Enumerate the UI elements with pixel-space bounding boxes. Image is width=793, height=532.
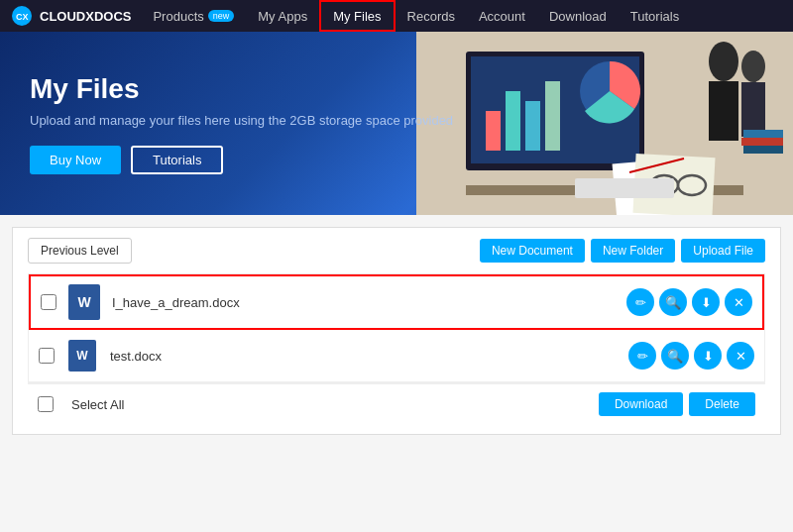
- search-button-1[interactable]: 🔍: [659, 288, 687, 316]
- select-all-area: Select All: [38, 396, 124, 412]
- file-name-1: I_have_a_dream.docx: [112, 295, 626, 310]
- bottom-actions: Download Delete: [599, 392, 755, 416]
- download-button-1[interactable]: ⬇: [692, 288, 720, 316]
- hero-buttons: Buy Now Tutorials: [30, 146, 763, 174]
- nav-menu: Products new My Apps My Files Records Ac…: [141, 0, 691, 32]
- previous-level-button[interactable]: Previous Level: [28, 238, 132, 264]
- file-manager: Previous Level New Document New Folder U…: [12, 227, 781, 435]
- toolbar-right: New Document New Folder Upload File: [480, 239, 765, 263]
- nav-item-tutorials[interactable]: Tutorials: [619, 0, 691, 32]
- svg-text:CX: CX: [16, 12, 29, 22]
- select-all-label: Select All: [71, 397, 124, 412]
- select-all-checkbox[interactable]: [38, 396, 54, 412]
- nav-item-download[interactable]: Download: [537, 0, 619, 32]
- hero-tutorials-button[interactable]: Tutorials: [131, 146, 223, 174]
- edit-button-2[interactable]: ✏: [628, 342, 656, 370]
- hero-title: My Files: [30, 73, 763, 105]
- bottom-bar: Select All Download Delete: [28, 383, 765, 424]
- delete-all-button[interactable]: Delete: [689, 392, 755, 416]
- brand-logo-icon: CX: [10, 4, 34, 28]
- file-icon-2: [64, 338, 100, 373]
- table-row: I_have_a_dream.docx ✏ 🔍 ⬇ ✕: [29, 274, 764, 330]
- products-badge: new: [208, 10, 235, 22]
- file-checkbox-2[interactable]: [39, 348, 55, 364]
- edit-button-1[interactable]: ✏: [626, 288, 654, 316]
- nav-item-products[interactable]: Products new: [141, 0, 246, 32]
- nav-item-account[interactable]: Account: [467, 0, 537, 32]
- buy-now-button[interactable]: Buy Now: [30, 146, 121, 174]
- new-folder-button[interactable]: New Folder: [591, 239, 675, 263]
- nav-item-myapps[interactable]: My Apps: [246, 0, 319, 32]
- brand: CX CLOUDXDOCS: [10, 4, 131, 28]
- nav-item-records[interactable]: Records: [396, 0, 467, 32]
- table-row: test.docx ✏ 🔍 ⬇ ✕: [29, 330, 764, 382]
- delete-button-1[interactable]: ✕: [725, 288, 752, 316]
- file-name-2: test.docx: [110, 349, 628, 364]
- file-actions-1: ✏ 🔍 ⬇ ✕: [626, 288, 752, 316]
- file-checkbox-1[interactable]: [41, 294, 57, 310]
- upload-file-button[interactable]: Upload File: [681, 239, 765, 263]
- delete-button-2[interactable]: ✕: [727, 342, 754, 370]
- hero-subtitle: Upload and manage your files here using …: [30, 113, 763, 128]
- download-all-button[interactable]: Download: [599, 392, 683, 416]
- toolbar: Previous Level New Document New Folder U…: [28, 238, 765, 264]
- file-actions-2: ✏ 🔍 ⬇ ✕: [628, 342, 754, 370]
- word-doc-icon: [68, 284, 100, 320]
- hero-content: My Files Upload and manage your files he…: [30, 73, 763, 174]
- word-doc-icon-2: [68, 340, 96, 372]
- file-list: I_have_a_dream.docx ✏ 🔍 ⬇ ✕ test.docx ✏ …: [28, 273, 765, 383]
- new-document-button[interactable]: New Document: [480, 239, 585, 263]
- download-button-2[interactable]: ⬇: [694, 342, 722, 370]
- svg-rect-23: [575, 178, 674, 198]
- hero-banner: My Files Upload and manage your files he…: [0, 32, 793, 215]
- navbar: CX CLOUDXDOCS Products new My Apps My Fi…: [0, 0, 793, 32]
- file-icon-1: [66, 284, 102, 320]
- search-button-2[interactable]: 🔍: [661, 342, 689, 370]
- nav-item-myfiles[interactable]: My Files: [319, 0, 395, 32]
- brand-name: CLOUDXDOCS: [40, 9, 131, 24]
